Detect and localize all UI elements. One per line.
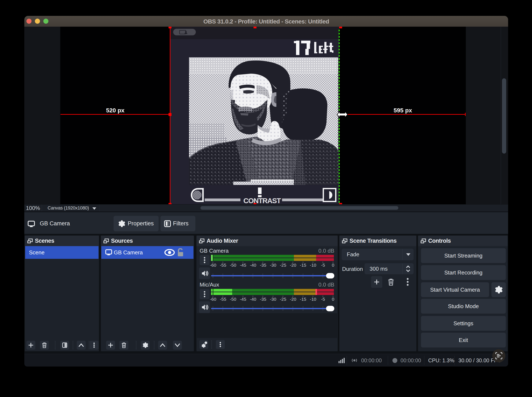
svg-text:CONTRAST: CONTRAST bbox=[243, 197, 281, 205]
